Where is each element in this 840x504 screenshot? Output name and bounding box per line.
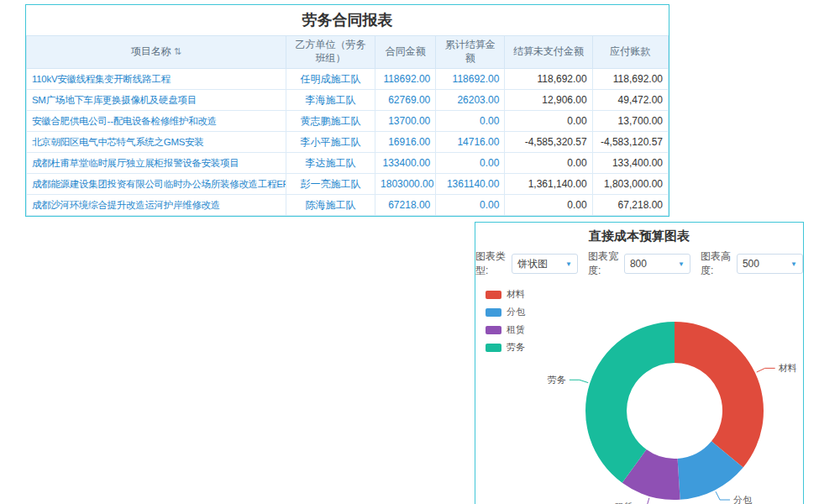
contract-amount-cell: 67218.00 [375, 195, 436, 216]
column-header-settled-amount[interactable]: 累计结算金额 [436, 36, 505, 69]
unit-cell: 黄志鹏施工队 [286, 111, 375, 132]
legend-swatch [486, 308, 501, 317]
chart-type-label: 图表类型: [475, 249, 508, 278]
unpaid-amount-cell: 0.00 [505, 111, 592, 132]
legend-label: 租赁 [507, 323, 525, 336]
chart-width-label: 图表宽度: [588, 249, 621, 278]
settled-amount-cell: 14716.00 [436, 132, 505, 153]
column-header-label: 乙方单位（劳务班组） [295, 39, 365, 64]
project-name-cell[interactable]: 北京朝阳区电气中芯特气系统之GMS安装 [27, 132, 286, 153]
legend-item-1[interactable]: 分包 [486, 306, 525, 318]
project-name-cell[interactable]: 成都能源建设集团投资有限公司临时办公场所装修改造工程EPC [27, 174, 286, 195]
chevron-down-icon: ▼ [790, 260, 797, 268]
legend-swatch [486, 291, 501, 299]
chart-controls: 图表类型: 饼状图 ▼ 图表宽度: 800 ▼ 图表高度: 500 ▼ [475, 249, 803, 278]
chart-height-select[interactable]: 500 ▼ [737, 254, 803, 274]
contract-amount-cell: 16916.00 [375, 132, 436, 153]
unpaid-amount-cell: 0.00 [505, 153, 592, 174]
unit-cell: 李达施工队 [286, 153, 375, 174]
unpaid-amount-cell: 1,361,140.00 [505, 174, 592, 195]
pie-label-line [757, 368, 775, 372]
unpaid-amount-cell: 12,906.00 [505, 90, 592, 111]
report-title: 劳务合同报表 [26, 5, 669, 35]
legend-item-0[interactable]: 材料 [486, 288, 525, 301]
pie-slice-0[interactable] [675, 322, 764, 468]
legend-label: 材料 [507, 288, 525, 301]
column-header-payable[interactable]: 应付账款 [592, 36, 668, 69]
chart-panel: 直接成本预算图表 图表类型: 饼状图 ▼ 图表宽度: 800 ▼ 图表高度: 5… [475, 222, 804, 504]
chart-width-select[interactable]: 800 ▼ [624, 254, 690, 274]
chevron-down-icon: ▼ [678, 260, 685, 268]
report-table: 项目名称⇅ 乙方单位（劳务班组） 合同金额 累计结算金额 结算未支付金额 应付账… [26, 35, 669, 216]
column-header-label: 结算未支付金额 [513, 45, 584, 57]
table-row: SM广场地下车库更换摄像机及硬盘项目李海施工队62769.0026203.001… [27, 90, 669, 111]
project-name-cell[interactable]: 110kV安徽线程集变开断线路工程 [27, 69, 286, 90]
settled-amount-cell: 26203.00 [436, 90, 505, 111]
chart-type-select[interactable]: 饼状图 ▼ [512, 254, 578, 274]
legend-label: 分包 [507, 306, 525, 318]
unpaid-amount-cell: -4,585,320.57 [505, 132, 592, 153]
project-name-cell[interactable]: 成都沙河环境综合提升改造运河护岸维修改造 [27, 195, 286, 216]
project-name-cell[interactable]: SM广场地下车库更换摄像机及硬盘项目 [27, 90, 286, 111]
sort-icon[interactable]: ⇅ [174, 46, 181, 56]
unit-cell: 李海施工队 [286, 90, 375, 111]
report-table-body: 110kV安徽线程集变开断线路工程任明成施工队118692.00118692.0… [27, 69, 669, 216]
chart-panel-title: 直接成本预算图表 [475, 223, 803, 246]
legend-item-2[interactable]: 租赁 [486, 323, 525, 336]
legend-swatch [486, 326, 501, 334]
unpaid-amount-cell: 0.00 [505, 195, 592, 216]
pie-label: 分包 [733, 495, 753, 504]
column-header-label: 项目名称 [131, 45, 171, 57]
chevron-down-icon: ▼ [565, 260, 572, 268]
contract-amount-cell: 118692.00 [375, 69, 436, 90]
settled-amount-cell: 1361140.00 [436, 174, 505, 195]
column-header-unpaid-amount[interactable]: 结算未支付金额 [505, 36, 592, 69]
column-header-label: 合同金额 [386, 45, 426, 57]
pie-label: 材料 [779, 363, 797, 373]
contract-amount-cell: 1803000.00 [375, 174, 436, 195]
chart-height-label: 图表高度: [701, 249, 733, 278]
legend-swatch [486, 344, 501, 352]
column-header-unit[interactable]: 乙方单位（劳务班组） [286, 36, 375, 69]
table-row: 成都沙河环境综合提升改造运河护岸维修改造陈海施工队67218.000.000.0… [27, 195, 669, 216]
settled-amount-cell: 0.00 [436, 153, 505, 174]
payable-cell: 1,803,000.00 [592, 174, 668, 195]
chart-area: 材料分包租赁劳务 材料分包租赁劳务 [475, 283, 801, 504]
project-name-cell[interactable]: 安徽合肥供电公司--配电设备检修维护和改造 [27, 111, 286, 132]
payable-cell: -4,583,120.57 [592, 132, 668, 153]
payable-cell: 67,218.00 [592, 195, 668, 216]
contract-amount-cell: 13700.00 [375, 111, 436, 132]
column-header-project-name[interactable]: 项目名称⇅ [27, 36, 286, 69]
pie-label-line [716, 491, 730, 500]
settled-amount-cell: 118692.00 [436, 69, 505, 90]
pie-label: 劳务 [548, 375, 566, 385]
legend-label: 劳务 [507, 341, 525, 354]
legend-item-3[interactable]: 劳务 [486, 341, 525, 354]
table-row: 北京朝阳区电气中芯特气系统之GMS安装李小平施工队16916.0014716.0… [27, 132, 669, 153]
settled-amount-cell: 0.00 [436, 111, 505, 132]
chart-type-control: 图表类型: 饼状图 ▼ [475, 249, 578, 278]
payable-cell: 49,472.00 [592, 90, 668, 111]
table-header-row: 项目名称⇅ 乙方单位（劳务班组） 合同金额 累计结算金额 结算未支付金额 应付账… [27, 36, 669, 69]
chart-type-value: 饼状图 [517, 257, 548, 271]
chart-height-value: 500 [743, 258, 759, 270]
unit-cell: 任明成施工队 [286, 69, 375, 90]
column-header-label: 累计结算金额 [445, 39, 496, 64]
unpaid-amount-cell: 118,692.00 [505, 69, 592, 90]
column-header-label: 应付账款 [610, 45, 650, 57]
unit-cell: 陈海施工队 [286, 195, 375, 216]
table-row: 安徽合肥供电公司--配电设备检修维护和改造黄志鹏施工队13700.000.000… [27, 111, 669, 132]
column-header-contract-amount[interactable]: 合同金额 [375, 36, 436, 69]
payable-cell: 133,400.00 [592, 153, 668, 174]
chart-width-value: 800 [630, 258, 647, 270]
pie-label-line [570, 380, 588, 382]
pie-label-line [637, 498, 649, 504]
contract-amount-cell: 133400.00 [375, 153, 436, 174]
unit-cell: 李小平施工队 [286, 132, 375, 153]
unit-cell: 彭一亮施工队 [286, 174, 375, 195]
contract-amount-cell: 62769.00 [375, 90, 436, 111]
chart-height-control: 图表高度: 500 ▼ [701, 249, 803, 278]
payable-cell: 118,692.00 [592, 69, 668, 90]
table-row: 110kV安徽线程集变开断线路工程任明成施工队118692.00118692.0… [27, 69, 669, 90]
project-name-cell[interactable]: 成都杜甫草堂临时展厅独立展柜报警设备安装项目 [27, 153, 286, 174]
